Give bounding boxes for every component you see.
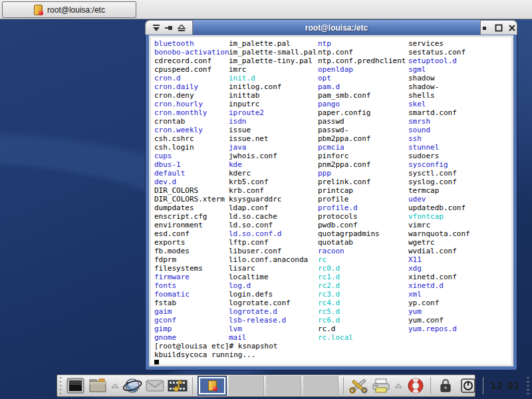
listing-row: dbus-1kdepnm2ppa.confsysconfig <box>154 160 511 169</box>
power-logout-icon[interactable] <box>458 376 478 395</box>
file-entry: skel <box>408 100 426 108</box>
close-button[interactable] <box>507 23 517 33</box>
help-lifesaver-icon[interactable] <box>406 376 426 395</box>
eject-icon[interactable] <box>178 22 186 34</box>
system-tools-icon[interactable] <box>348 376 368 395</box>
panel-taskbar <box>198 376 338 396</box>
terminal-monitor-icon[interactable] <box>65 376 85 395</box>
terminal-window: root@louisa:/etc bluetoothim_palette.pal… <box>145 20 517 370</box>
file-entry: ssh <box>408 134 422 143</box>
file-entry: passwd <box>318 117 408 126</box>
konsole-icon <box>33 5 43 15</box>
terminal-output-area[interactable]: bluetoothim_palette.palntpservicesbonobo… <box>151 37 511 364</box>
file-entry: pwdb.conf <box>318 221 408 229</box>
panel-handle-left[interactable] <box>59 377 63 394</box>
file-entry: pinforc <box>318 152 408 160</box>
popup-arrow-icon[interactable] <box>110 376 120 395</box>
popup-arrow-icon[interactable] <box>394 376 403 395</box>
taskbar-task-button[interactable]: root@louisa:/etc <box>2 1 136 18</box>
file-entry: ksysguarddrc <box>229 195 318 203</box>
file-entry: csh.cshrc <box>154 134 229 143</box>
file-entry: protocols <box>318 212 408 221</box>
file-entry: kde <box>229 160 318 169</box>
file-entry: bluetooth <box>154 39 229 48</box>
file-entry: fb.modes <box>154 247 229 255</box>
file-entry: termcap <box>408 186 439 195</box>
file-entry: pam_smb.conf <box>318 91 408 100</box>
pin-icon[interactable] <box>165 22 173 34</box>
file-entry: inputrc <box>229 100 318 108</box>
lock-icon[interactable] <box>436 376 456 395</box>
file-entry: krb5.conf <box>229 178 318 186</box>
listing-row: fontslog.drc2.dxinetd.d <box>154 281 511 290</box>
listing-row: gconflsb-release.drc6.dyum.conf <box>154 316 511 325</box>
file-entry: bonobo-activation <box>154 48 229 57</box>
file-entry: rc1.d <box>318 273 408 281</box>
shade-icon[interactable] <box>152 22 160 34</box>
file-entry: setuptool.d <box>408 57 457 65</box>
active-task-button[interactable] <box>198 376 227 396</box>
file-entry: cdrecord.conf <box>154 57 229 65</box>
listing-row: bonobo-activationim_palette-small.palntp… <box>154 48 511 57</box>
file-entry: xdg <box>408 264 422 273</box>
panel-separator <box>483 377 483 394</box>
file-entry: kderc <box>229 169 318 178</box>
file-entry: sysctl.conf <box>408 169 457 178</box>
file-entry: environment <box>154 221 229 229</box>
web-browser-globe-icon[interactable] <box>122 376 142 395</box>
terminal-listing: bluetoothim_palette.palntpservicesbonobo… <box>154 39 511 342</box>
empty-task-slot <box>228 376 264 396</box>
listing-row: DIR_COLORSkrb.confprintcaptermcap <box>154 186 511 195</box>
file-entry: lvm <box>229 325 318 333</box>
listing-row: filesystemslisarcrc0.dxdg <box>154 264 511 273</box>
window-frame: bluetoothim_palette.palntpservicesbonobo… <box>145 35 517 370</box>
maximize-button[interactable] <box>494 23 503 33</box>
listing-row: firmwarelocaltimerc1.dxinetd.conf <box>154 273 511 281</box>
listing-row: gimplvmrc.dyum.repos.d <box>154 325 511 333</box>
home-folder-icon[interactable] <box>88 376 108 395</box>
file-entry: logrotate.conf <box>229 299 318 307</box>
file-entry: shells <box>408 91 435 100</box>
listing-row: cdrecord.confim_palette-tiny.palntp.conf… <box>154 57 511 65</box>
titlebar[interactable]: root@louisa:/etc <box>145 20 517 35</box>
listing-row: environmentld.so.confpwdb.confvimrc <box>154 221 511 229</box>
file-entry: pam.d <box>318 82 408 91</box>
listing-row: gaimlogrotate.drc5.dyum <box>154 307 511 316</box>
file-entry: ntp.conf <box>318 48 408 57</box>
file-entry: opt <box>318 74 408 82</box>
clock-minutes: 02 <box>508 380 521 391</box>
file-entry: fdprm <box>154 255 229 264</box>
file-entry: quotatab <box>318 238 408 247</box>
panel-handle-right[interactable] <box>526 377 530 394</box>
file-entry: paper.config <box>318 108 408 117</box>
cursor-line <box>154 359 511 364</box>
listing-row: cron.hourlyinputrcpangoskel <box>154 100 511 108</box>
minimize-button[interactable] <box>481 23 490 33</box>
email-envelope-icon[interactable] <box>145 376 165 395</box>
listing-row: dev.dkrb5.confprelink.confsyslog.conf <box>154 178 511 186</box>
panel-clock[interactable]: 12 02 <box>488 380 523 391</box>
window-title: root@louisa:/etc <box>193 20 480 35</box>
file-entry: sound <box>408 126 430 134</box>
file-entry: mail <box>229 333 318 342</box>
listing-row: bluetoothim_palette.palntpservices <box>154 39 511 48</box>
file-entry: racoon <box>318 247 408 255</box>
file-entry: firmware <box>154 273 229 281</box>
file-entry: lftp.conf <box>229 238 318 247</box>
file-entry: enscript.cfg <box>154 212 229 221</box>
file-entry: gimp <box>154 325 229 333</box>
file-entry: cron.deny <box>154 91 229 100</box>
multimedia-filmstrip-icon[interactable] <box>168 376 188 395</box>
file-entry: wgetrc <box>408 238 435 247</box>
panel-separator <box>430 377 431 394</box>
file-entry: cron.weekly <box>154 126 229 134</box>
file-entry: profile <box>318 195 408 203</box>
file-entry: issue <box>229 126 318 134</box>
listing-row: cupsjwhois.confpinforcsudoers <box>154 152 511 160</box>
listing-row: cron.monthlyiproute2paper.configsmartd.c… <box>154 108 511 117</box>
printer-icon[interactable] <box>371 376 391 395</box>
file-entry: esd.conf <box>154 229 229 238</box>
file-entry: cron.monthly <box>154 108 229 117</box>
file-entry: cron.hourly <box>154 100 229 108</box>
file-entry: initlog.conf <box>229 82 318 91</box>
